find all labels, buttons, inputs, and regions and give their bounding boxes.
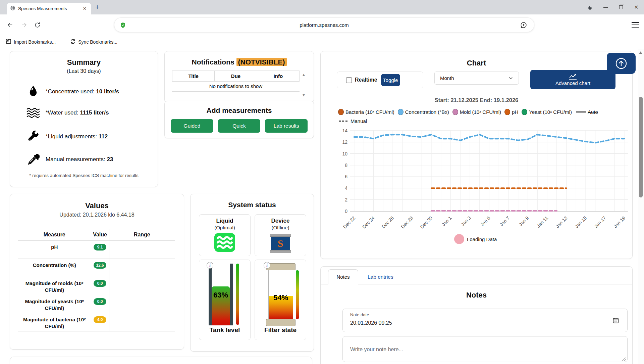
values-title: Values [10, 201, 184, 210]
import-icon [5, 38, 12, 46]
value-badge: 12.6 [94, 262, 106, 269]
calendar-icon[interactable] [612, 317, 619, 325]
filter-graphic [266, 263, 296, 270]
info-icon[interactable]: i [264, 262, 270, 269]
legend-label: Auto [588, 109, 598, 115]
quick-button[interactable]: Quick [218, 119, 261, 133]
legend-label: Manual [351, 118, 367, 124]
scroll-to-top-button[interactable] [607, 53, 636, 74]
forward-button[interactable] [19, 20, 29, 30]
svg-text:Dec 28: Dec 28 [400, 215, 414, 230]
tab-lab-entries[interactable]: Lab entries [364, 269, 397, 284]
import-bookmarks[interactable]: Import Bookmarks... [5, 38, 56, 46]
divider [172, 91, 300, 92]
back-button[interactable] [5, 20, 15, 30]
device-icon: S [270, 234, 291, 253]
tab-notes[interactable]: Notes [328, 269, 358, 284]
legend-item[interactable]: pH [504, 109, 518, 115]
notifications-column-header[interactable]: Title [172, 71, 214, 81]
bookmarks-bar: Import Bookmarks... Sync Bookmarks... [0, 35, 644, 49]
liquid-state: (Optimal) [199, 225, 250, 230]
svg-text:Jan 15: Jan 15 [574, 215, 588, 229]
legend-item[interactable]: Manual [338, 118, 367, 124]
values-column-header: Range [109, 229, 175, 241]
note-text-input[interactable] [342, 336, 628, 362]
range-cell [109, 313, 175, 331]
notifications-title: Notifications (NOTVISIBLE) [165, 58, 314, 66]
add-measurements-title: Add measurements [165, 106, 314, 115]
svg-text:Jan 11: Jan 11 [536, 215, 549, 229]
realtime-checkbox[interactable] [346, 77, 352, 83]
legend-label: pH [512, 109, 518, 115]
sync-bookmarks-label: Sync Bookmarks... [78, 39, 117, 45]
info-icon[interactable]: i [207, 262, 213, 269]
svg-text:Jan 9: Jan 9 [518, 215, 530, 227]
notifications-column-header[interactable]: Info [257, 71, 299, 81]
summary-item-text: Manual measurements: 23 [46, 156, 113, 163]
flame-icon[interactable] [582, 0, 598, 14]
notvisible-badge: (NOTVISIBLE) [236, 58, 287, 66]
arrow-up-circle-icon [614, 56, 628, 71]
note-date-label: Note date [350, 312, 369, 317]
period-select[interactable]: Month [434, 72, 519, 85]
ai-chat-icon[interactable] [520, 21, 527, 30]
scrollbar-thumb[interactable] [639, 97, 643, 197]
legend-dashed-line-icon [339, 121, 349, 122]
lab-results-button[interactable]: Lab results [265, 119, 308, 133]
values-column-header: Measure [18, 229, 91, 241]
legend-circle-icon [398, 109, 404, 115]
range-cell [109, 259, 175, 277]
bottom-panel [10, 357, 312, 364]
scroll-up-icon[interactable]: ▲ [302, 72, 306, 77]
range-cell [109, 241, 175, 259]
measure-cell: Magnitude of bacteria (10ˣ CFU/ml) [18, 313, 91, 331]
values-panel: Values Updated: 20.1.2026 klo 6.44.18 Me… [10, 194, 184, 350]
resize-handle[interactable] [622, 357, 626, 363]
toggle-button[interactable]: Toggle [381, 74, 400, 86]
page-scrollbar[interactable] [638, 49, 644, 364]
measure-cell: Magnitude of molds (10ˣ CFU/ml) [18, 277, 91, 295]
summary-item: *Water used: 1115 liter/s [25, 107, 109, 118]
legend-item[interactable]: Concentration (°Bx) [398, 109, 449, 115]
table-row: Magnitude of yeasts (10ˣ CFU/ml)0.0 [18, 295, 175, 313]
new-tab-button[interactable]: + [93, 3, 101, 11]
note-date-field[interactable]: Note date [342, 309, 628, 332]
menu-button[interactable] [631, 21, 639, 28]
reload-button[interactable] [32, 20, 42, 30]
notifications-empty-text: No notifications to show [172, 83, 300, 89]
browser-toolbar: platform.spesnes.com [0, 14, 644, 35]
minimize-button[interactable] [598, 0, 613, 14]
chart-title: Chart [321, 59, 632, 67]
svg-text:Jan 5: Jan 5 [479, 215, 491, 227]
guided-button[interactable]: Guided [171, 119, 213, 133]
value-badge: 9.1 [94, 244, 106, 251]
sync-bookmarks[interactable]: Sync Bookmarks... [70, 38, 117, 46]
svg-text:Dec 24: Dec 24 [361, 215, 376, 230]
advanced-chart-button[interactable]: Advanced chart [530, 70, 615, 89]
note-date-input[interactable] [350, 320, 585, 326]
legend-item[interactable]: Mold (10ˣ CFU/ml) [452, 109, 501, 115]
add-measurements-panel: Add measurements Guided Quick Lab result… [164, 101, 314, 138]
legend-item[interactable]: Yeast (10ˣ CFU/ml) [522, 109, 572, 115]
notifications-column-header[interactable]: Due [214, 71, 257, 81]
range-cell [109, 295, 175, 313]
legend-item[interactable]: Auto [575, 109, 598, 115]
filter-percent: 54% [268, 293, 293, 302]
notifications-table-header: TitleDueInfo [172, 71, 300, 82]
filter-label: Filter state [255, 326, 306, 334]
scroll-down-icon[interactable]: ▼ [302, 92, 306, 97]
summary-subtitle: (Last 30 days) [10, 68, 158, 74]
value-cell: 0.0 [91, 295, 109, 313]
value-cell: 4.0 [91, 313, 109, 331]
values-table: MeasureValueRange pH9.1Concentration (%)… [18, 229, 175, 331]
svg-text:Jan 3: Jan 3 [460, 215, 472, 227]
line-chart[interactable]: 02468101214Dec 22Dec 24Dec 26Dec 28Dec 3… [334, 126, 633, 239]
scrollbar-up-arrow[interactable] [639, 51, 642, 54]
dropper-icon [25, 153, 41, 166]
restore-button[interactable] [613, 0, 629, 14]
browser-tab[interactable]: Spesnes Measurements ✕ [7, 3, 91, 14]
tab-close-icon[interactable]: ✕ [82, 6, 88, 11]
address-bar[interactable]: platform.spesnes.com [114, 17, 534, 32]
legend-item[interactable]: Bacteria (10ˣ CFU/ml) [338, 109, 394, 115]
close-button[interactable]: ✕ [629, 0, 644, 14]
